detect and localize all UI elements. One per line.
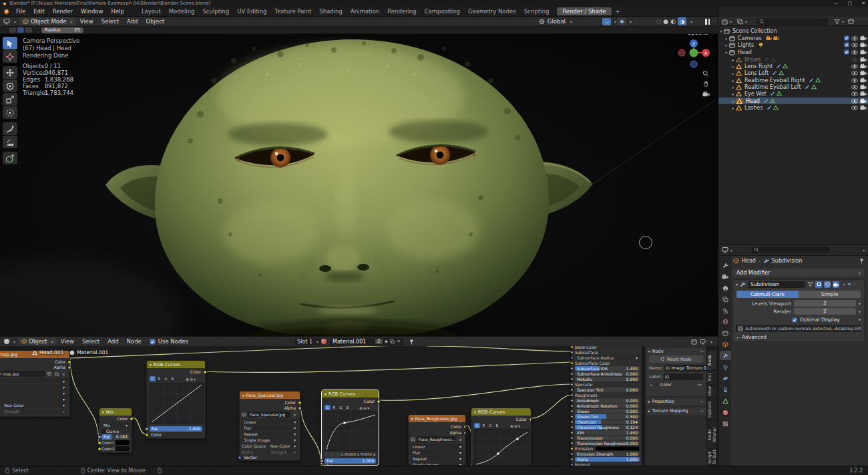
color-output-socket[interactable] xyxy=(377,400,381,404)
simple-button[interactable]: Simple xyxy=(799,291,861,298)
outliner-row-lens-right[interactable]: ▸ Lens Right xyxy=(718,63,868,69)
new-material-icon[interactable] xyxy=(390,339,395,344)
color2-swatch[interactable] xyxy=(116,446,130,451)
hide-eye-icon[interactable] xyxy=(851,85,858,90)
exclude-checkbox[interactable] xyxy=(844,42,849,47)
scale-tool[interactable] xyxy=(3,93,17,106)
overlay-toggle-icon[interactable] xyxy=(700,339,706,345)
modifier-name-field[interactable]: Subdivision xyxy=(748,281,805,288)
disable-render-icon[interactable] xyxy=(860,35,867,41)
channel-g[interactable]: G xyxy=(487,423,493,428)
outliner-display-mode[interactable]: ▾ xyxy=(722,18,732,25)
disable-render-icon[interactable] xyxy=(860,70,867,75)
interpolation-dropdown[interactable]: Linear▾ xyxy=(411,444,463,449)
projection-dropdown[interactable]: Flat▾ xyxy=(242,425,298,430)
radius-slider[interactable]: Radius 25 xyxy=(41,27,83,33)
navigation-gizmo[interactable]: Z X xyxy=(675,37,712,71)
sidebar-tab-view[interactable]: View xyxy=(707,385,716,398)
bsdf-ior[interactable]: IOR1.450 xyxy=(575,430,640,435)
hide-eye-icon[interactable] xyxy=(851,106,858,110)
transform-orientation[interactable]: Global ▾ xyxy=(539,18,572,25)
channel-r[interactable]: R xyxy=(156,376,162,381)
bsdf-roughness[interactable]: Roughness xyxy=(575,393,640,398)
hide-eye-icon[interactable] xyxy=(851,43,858,47)
annotate-tool[interactable] xyxy=(3,122,17,135)
pin-icon[interactable] xyxy=(409,339,415,345)
menu-view[interactable]: View xyxy=(76,18,97,25)
curve-widget[interactable] xyxy=(474,429,529,466)
snap-node-icon[interactable] xyxy=(691,339,697,345)
curve-widget[interactable] xyxy=(324,411,377,451)
tab-object[interactable] xyxy=(720,339,730,349)
sidebar-tab-node[interactable]: Node xyxy=(707,351,716,369)
transform-tool[interactable] xyxy=(3,106,17,119)
image-new-button[interactable] xyxy=(46,371,52,377)
sidebar-tab-script-to-button[interactable]: Script To Butt xyxy=(707,450,716,465)
breadcrumb-modifier[interactable]: Subdivision xyxy=(772,258,803,264)
outliner-row-head-collection[interactable]: ▾ Head xyxy=(718,49,868,55)
camera-view-button[interactable] xyxy=(700,89,711,98)
shading-solid-icon[interactable]: ● xyxy=(663,18,668,25)
bsdf-transmission-roughness[interactable]: Transmission Roughness0.000 xyxy=(575,441,640,446)
shading-arrow[interactable]: ▾ xyxy=(690,19,692,24)
material-slot-selector[interactable]: Slot 1 ▾ xyxy=(294,338,321,345)
outliner-row-brows[interactable]: ▸ Brows xyxy=(718,56,868,63)
tab-view-layer[interactable] xyxy=(720,295,730,304)
node-rgb-curves-2-selected[interactable]: ▾RGB Curves Color C R G B ⊕ ⊖ ▾ xyxy=(321,389,379,466)
node-label-field[interactable] xyxy=(664,373,703,380)
tool-icon-1[interactable] xyxy=(9,27,16,33)
outliner-search[interactable] xyxy=(756,18,829,25)
menu-view[interactable]: View xyxy=(57,338,78,345)
extension-dropdown[interactable]: Repeat▾ xyxy=(0,390,67,395)
source-dropdown[interactable]: Single Image▾ xyxy=(242,437,298,442)
color1-input-socket[interactable] xyxy=(97,441,101,445)
channel-r[interactable]: R xyxy=(331,405,337,410)
workspace-tab-modeling[interactable]: Modeling xyxy=(165,8,199,15)
bsdf-specular-tint[interactable]: Specular Tint0.000 xyxy=(575,387,640,392)
properties-options-arrow[interactable]: ▾ xyxy=(863,248,865,253)
node-image-texture-specular[interactable]: ▾Face_Specular.jpg Color Alpha Face_Spec… xyxy=(239,391,300,461)
workspace-tab-active[interactable]: Render / Shade xyxy=(557,7,611,15)
projection-dropdown[interactable]: Flat▾ xyxy=(0,384,67,389)
measure-tool[interactable] xyxy=(3,136,17,148)
show-in-editmode-funnel-icon[interactable] xyxy=(807,281,813,287)
alpha-mode-dropdown[interactable]: Straight▾ xyxy=(2,408,67,414)
bsdf-anisotropic-rotation[interactable]: Anisotropic Rotation0.000 xyxy=(575,404,640,408)
add-workspace-button[interactable]: + xyxy=(612,8,624,15)
hide-eye-icon[interactable] xyxy=(851,57,858,62)
color-output-socket[interactable] xyxy=(529,418,531,422)
menu-file[interactable]: File xyxy=(12,8,29,15)
menu-render[interactable]: Render xyxy=(49,8,77,15)
menu-help[interactable]: Help xyxy=(107,8,128,15)
color-input-socket[interactable] xyxy=(320,464,324,466)
fac-slider[interactable]: Fac0.183 xyxy=(101,434,130,440)
outliner-filter-button[interactable]: ▾ xyxy=(834,18,844,25)
channel-c[interactable]: C xyxy=(150,376,156,381)
select-box-tool[interactable] xyxy=(3,37,17,49)
extras-arrow[interactable]: ▾ xyxy=(194,377,196,381)
rotate-tool[interactable] xyxy=(3,80,17,92)
node-rgb-curves-1[interactable]: ▾RGB Curves Color C R G B ⊕ ⊖ ▾ Fac1.000 xyxy=(146,360,206,439)
source-dropdown[interactable]: Single Image▾ xyxy=(411,462,463,466)
exclude-checkbox[interactable] xyxy=(844,49,849,55)
tab-modifiers-active[interactable] xyxy=(720,351,731,360)
node-principled-bsdf[interactable]: Base Color Subsurface Subsurface Radius▾… xyxy=(572,346,642,466)
workspace-tab-compositing[interactable]: Compositing xyxy=(421,8,464,15)
bsdf-subsurface[interactable]: Subsurface xyxy=(575,350,640,355)
channel-b[interactable]: B xyxy=(345,405,351,410)
image-selector[interactable]: ▾ Face_Scatter map.jpg x xyxy=(0,371,67,377)
fac-input-socket[interactable] xyxy=(145,427,149,431)
color-output-socket[interactable] xyxy=(298,401,302,405)
sidebar-tab-options[interactable]: Options xyxy=(707,399,716,420)
animate-dot[interactable] xyxy=(859,311,861,313)
channel-b[interactable]: B xyxy=(170,376,176,381)
disable-render-icon[interactable] xyxy=(860,42,867,47)
zoom-in-icon[interactable]: ⊕ xyxy=(186,377,189,381)
shader-type-selector[interactable]: Object ▾ xyxy=(18,337,57,345)
channel-g[interactable]: G xyxy=(163,376,169,381)
outliner-row-lights[interactable]: ▸ Lights xyxy=(718,41,868,48)
bsdf-emission[interactable]: Emission xyxy=(575,446,640,451)
curve-widget[interactable] xyxy=(150,383,204,424)
tab-particles[interactable] xyxy=(720,362,730,371)
properties-panel-collapsed[interactable]: ▸Properties= xyxy=(646,398,706,406)
